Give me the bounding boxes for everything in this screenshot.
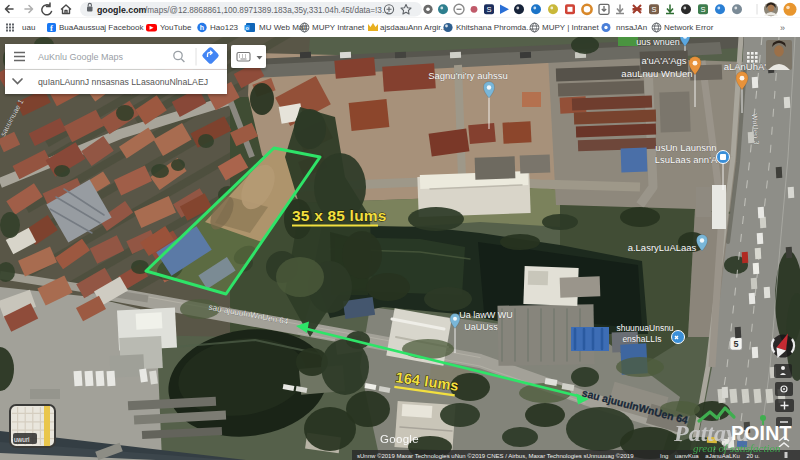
svg-text:5: 5 (733, 339, 738, 349)
svg-text:POINT: POINT (731, 422, 792, 444)
svg-text:sUnnw ©2019 Maxar Technologies: sUnnw ©2019 Maxar Technologies uNun ©201… (357, 453, 634, 459)
svg-text:UaUUss: UaUUss (464, 322, 498, 332)
svg-text:YouTube: YouTube (160, 23, 192, 32)
svg-text:S: S (700, 5, 705, 14)
svg-text:BuaAaussuaj Facebook: BuaAaussuaj Facebook (59, 23, 145, 32)
svg-text:shuunuaUnsnu: shuunuaUnsnu (616, 323, 673, 333)
svg-text:h: h (200, 24, 204, 31)
svg-text:google.com: google.com (97, 5, 147, 15)
svg-text:Khitshana Phromda...: Khitshana Phromda... (456, 23, 533, 32)
svg-text:nnsaJAn: nnsaJAn (616, 23, 647, 32)
svg-text:usUn Launsnn: usUn Launsnn (655, 142, 716, 153)
svg-text:S: S (486, 5, 491, 14)
svg-text:quIanLAunnJ nnsasnas LLasaonuN: quIanLAunnJ nnsasnas LLasaonuNlnaLAEJ (38, 77, 208, 87)
svg-text:MUPY Intranet: MUPY Intranet (312, 23, 365, 32)
svg-text:»: » (780, 23, 785, 33)
svg-text:35 x 85 lums: 35 x 85 lums (292, 207, 387, 224)
svg-text:great of satisfaction: great of satisfaction (693, 442, 781, 454)
svg-text:aauLnuu WnUen: aauLnuu WnUen (621, 68, 692, 79)
svg-text:uau: uau (22, 23, 35, 32)
svg-text:AuKnlu Google Maps: AuKnlu Google Maps (38, 52, 124, 62)
svg-text:uus wnuen: uus wnuen (636, 37, 680, 47)
svg-text:uwuri: uwuri (14, 436, 30, 443)
svg-text:Hao123: Hao123 (210, 23, 239, 32)
svg-text:S: S (651, 5, 656, 14)
svg-text:LsuLaas ann'A: LsuLaas ann'A (655, 154, 718, 165)
svg-text:f: f (50, 23, 53, 33)
svg-text:Network Error: Network Error (664, 23, 714, 32)
svg-text:a.LasryLuALaas: a.LasryLuALaas (628, 242, 697, 253)
svg-text:Sagnu'ni'ry auhssu: Sagnu'ni'ry auhssu (428, 70, 508, 81)
svg-text:enshaLLIs: enshaLLIs (622, 334, 661, 344)
svg-text:/maps/@12.8868861,100.8971389.: /maps/@12.8868861,100.8971389.183a,35y,3… (145, 6, 389, 15)
svg-text:Google: Google (380, 433, 419, 445)
svg-text:MUPY | Intranet: MUPY | Intranet (542, 23, 599, 32)
svg-text:Ua lawW WU: Ua lawW WU (459, 310, 513, 320)
svg-text:a'uA'A'Ags: a'uA'A'Ags (641, 55, 686, 66)
svg-text:ajsdaauAnn Argir...: ajsdaauAnn Argir... (380, 23, 447, 32)
